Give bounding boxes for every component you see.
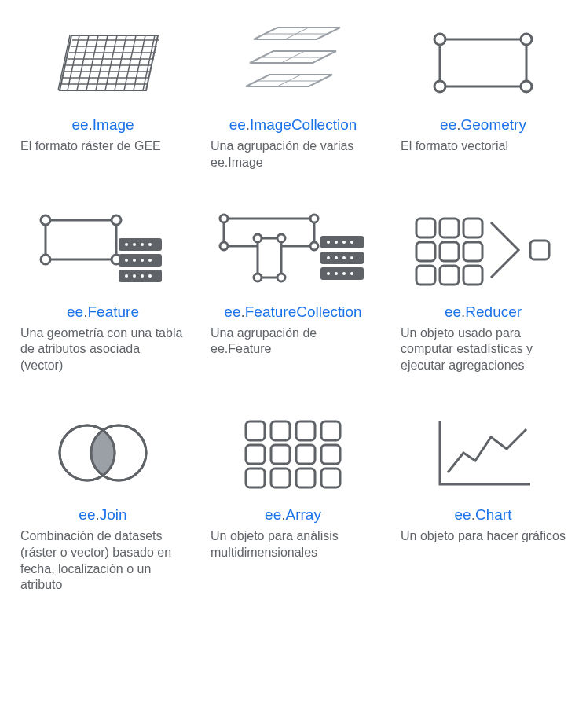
svg-rect-51 xyxy=(440,219,459,237)
svg-point-27 xyxy=(310,215,318,222)
card-title: ee.Join xyxy=(79,506,126,524)
card-reducer: ee.Reducer Un objeto usado para computar… xyxy=(396,203,570,374)
svg-point-19 xyxy=(141,259,144,262)
svg-point-14 xyxy=(133,243,136,246)
svg-point-20 xyxy=(148,259,152,262)
svg-point-13 xyxy=(125,243,128,246)
card-desc: Un objeto para hacer gráficos xyxy=(396,528,570,545)
geometry-icon xyxy=(396,16,570,110)
card-geometry: ee.Geometry El formato vectorial xyxy=(396,16,570,171)
feature-collection-icon xyxy=(206,203,380,297)
card-feature: ee.Feature Una geometría con una tabla d… xyxy=(16,203,190,374)
svg-point-16 xyxy=(148,243,152,246)
svg-rect-71 xyxy=(321,445,340,464)
chart-icon xyxy=(396,406,570,500)
svg-point-6 xyxy=(41,215,50,225)
card-desc: Combinación de datasets (ráster o vector… xyxy=(16,528,190,594)
raster-grid-icon xyxy=(16,16,190,110)
svg-point-24 xyxy=(148,274,152,278)
card-feature-collection: ee.FeatureCollection Una agrupación de e… xyxy=(206,203,380,374)
svg-point-21 xyxy=(125,274,128,278)
svg-rect-50 xyxy=(416,219,435,237)
svg-rect-67 xyxy=(321,421,340,440)
card-desc: El formato vectorial xyxy=(396,138,570,155)
svg-rect-68 xyxy=(246,445,265,464)
feature-icon xyxy=(16,203,190,297)
card-desc: Un objeto para análisis multidimensional… xyxy=(206,528,380,561)
svg-point-34 xyxy=(277,274,285,281)
svg-rect-58 xyxy=(463,266,482,285)
svg-point-43 xyxy=(335,256,338,259)
card-join: ee.Join Combinación de datasets (ráster … xyxy=(16,406,190,594)
svg-point-17 xyxy=(125,259,128,262)
diagram-grid: ee.Image El formato ráster de GEE ee.Ima… xyxy=(16,16,570,594)
svg-point-22 xyxy=(133,274,136,278)
svg-point-29 xyxy=(310,242,318,250)
svg-rect-53 xyxy=(416,242,435,261)
join-icon xyxy=(16,406,190,500)
svg-point-45 xyxy=(350,256,353,259)
svg-point-4 xyxy=(521,81,532,92)
svg-point-18 xyxy=(133,259,136,262)
card-title: ee.Chart xyxy=(455,506,512,524)
svg-rect-55 xyxy=(463,242,482,261)
svg-rect-56 xyxy=(416,266,435,285)
svg-point-31 xyxy=(254,234,262,242)
card-desc: Un objeto usado para computar estadístic… xyxy=(396,325,570,374)
svg-point-39 xyxy=(335,241,338,244)
card-title: ee.FeatureCollection xyxy=(224,303,361,321)
card-title: ee.Array xyxy=(265,506,321,524)
card-title: ee.Geometry xyxy=(440,116,526,134)
svg-point-41 xyxy=(350,241,353,244)
svg-point-49 xyxy=(350,272,353,275)
svg-rect-72 xyxy=(246,469,265,487)
svg-point-38 xyxy=(327,241,330,244)
svg-point-28 xyxy=(220,242,228,250)
stack-icon xyxy=(206,16,380,110)
svg-point-7 xyxy=(112,215,121,225)
card-title: ee.Reducer xyxy=(445,303,522,321)
svg-rect-69 xyxy=(271,445,290,464)
svg-point-26 xyxy=(220,215,228,222)
svg-point-1 xyxy=(434,34,445,45)
svg-rect-5 xyxy=(46,220,116,259)
array-icon xyxy=(206,406,380,500)
svg-rect-59 xyxy=(530,241,549,259)
card-image: ee.Image El formato ráster de GEE xyxy=(16,16,190,171)
card-title: ee.Feature xyxy=(67,303,139,321)
svg-rect-66 xyxy=(296,421,315,440)
svg-rect-73 xyxy=(271,469,290,487)
svg-rect-54 xyxy=(440,242,459,261)
card-chart: ee.Chart Un objeto para hacer gráficos xyxy=(396,406,570,594)
card-desc: Una geometría con una tabla de atributos… xyxy=(16,325,190,374)
svg-point-3 xyxy=(434,81,445,92)
svg-rect-30 xyxy=(258,238,281,278)
svg-rect-70 xyxy=(296,445,315,464)
svg-point-46 xyxy=(327,272,330,275)
card-desc: Una agrupación de varias ee.Image xyxy=(206,138,380,171)
svg-point-47 xyxy=(335,272,338,275)
svg-point-8 xyxy=(41,255,50,264)
svg-rect-64 xyxy=(246,421,265,440)
card-title: ee.ImageCollection xyxy=(229,116,357,134)
svg-point-2 xyxy=(521,34,532,45)
svg-rect-57 xyxy=(440,266,459,285)
svg-rect-52 xyxy=(463,219,482,237)
svg-point-33 xyxy=(254,274,262,281)
svg-point-23 xyxy=(141,274,144,278)
svg-point-44 xyxy=(342,256,346,259)
card-desc: El formato ráster de GEE xyxy=(16,138,190,155)
svg-rect-0 xyxy=(440,39,526,86)
svg-rect-74 xyxy=(296,469,315,487)
svg-point-15 xyxy=(141,243,144,246)
svg-point-32 xyxy=(277,234,285,242)
card-desc: Una agrupación de ee.Feature xyxy=(206,325,380,358)
svg-rect-75 xyxy=(321,469,340,487)
card-image-collection: ee.ImageCollection Una agrupación de var… xyxy=(206,16,380,171)
svg-point-42 xyxy=(327,256,330,259)
svg-rect-65 xyxy=(271,421,290,440)
card-title: ee.Image xyxy=(71,116,134,134)
svg-point-40 xyxy=(342,241,346,244)
card-array: ee.Array Un objeto para análisis multidi… xyxy=(206,406,380,594)
svg-point-48 xyxy=(342,272,346,275)
